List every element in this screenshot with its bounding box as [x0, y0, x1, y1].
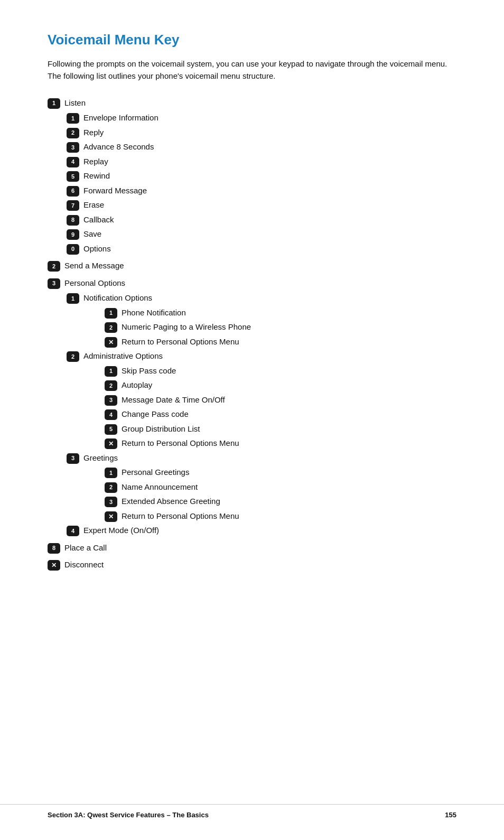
menu-item: 5Group Distribution List — [48, 423, 456, 435]
key-badge-7: 7 — [67, 200, 79, 211]
menu-item: 2Reply — [48, 127, 456, 139]
menu-item: 3Message Date & Time On/Off — [48, 394, 456, 406]
menu-item-label: Change Pass code — [122, 408, 189, 421]
menu-item-label: Expert Mode (On/Off) — [83, 525, 159, 537]
menu-item-label: Listen — [64, 97, 86, 109]
key-badge-4: 4 — [105, 409, 117, 420]
key-badge-2: 2 — [105, 380, 117, 391]
page-content: Voicemail Menu Key Following the prompts… — [0, 0, 504, 617]
key-badge-1: 1 — [48, 98, 60, 109]
key-badge-2: 2 — [67, 128, 79, 138]
page-footer: Section 3A: Qwest Service Features – The… — [0, 804, 504, 819]
menu-item-label: Return to Personal Options Menu — [122, 336, 239, 348]
key-badge-8: 8 — [67, 215, 79, 226]
key-badge-5: 5 — [67, 171, 79, 182]
menu-item: 4Expert Mode (On/Off) — [48, 525, 456, 537]
menu-item: 2Autoplay — [48, 379, 456, 391]
menu-item: ✕Return to Personal Options Menu — [48, 510, 456, 522]
key-badge-1: 1 — [105, 308, 117, 319]
menu-item: 3Advance 8 Seconds — [48, 141, 456, 153]
menu-item-label: Phone Notification — [122, 307, 186, 319]
menu-item: 2Numeric Paging to a Wireless Phone — [48, 321, 456, 333]
menu-item-label: Rewind — [83, 170, 110, 182]
menu-item-label: Send a Message — [64, 260, 124, 272]
intro-text: Following the prompts on the voicemail s… — [48, 58, 456, 82]
menu-item: 2Administrative Options — [48, 350, 456, 362]
key-badge-3: 3 — [48, 278, 60, 289]
key-badge-3: 3 — [67, 142, 79, 153]
key-badge-x: ✕ — [48, 560, 60, 571]
menu-item-label: Group Distribution List — [122, 423, 200, 435]
key-badge-3: 3 — [105, 497, 117, 507]
menu-item-label: Greetings — [83, 452, 118, 464]
footer-left: Section 3A: Qwest Service Features – The… — [48, 811, 209, 819]
key-badge-0: 0 — [67, 244, 79, 255]
key-badge-2: 2 — [105, 322, 117, 333]
menu-item: 1Envelope Information — [48, 112, 456, 124]
key-badge-1: 1 — [67, 113, 79, 124]
menu-item: 8Callback — [48, 214, 456, 226]
menu-item-label: Forward Message — [83, 185, 147, 197]
menu-item: 3Extended Absence Greeting — [48, 496, 456, 508]
menu-item: 0Options — [48, 243, 456, 255]
key-badge-x: ✕ — [105, 511, 117, 522]
menu-item-label: Disconnect — [64, 559, 104, 571]
menu-item-label: Place a Call — [64, 542, 107, 554]
menu-item-label: Options — [83, 243, 111, 255]
menu-item: 8Place a Call — [48, 542, 456, 554]
menu-item-label: Skip Pass code — [122, 365, 176, 377]
menu-item: ✕Return to Personal Options Menu — [48, 336, 456, 348]
key-badge-5: 5 — [105, 424, 117, 435]
key-badge-4: 4 — [67, 157, 79, 167]
menu-item: ✕Disconnect — [48, 559, 456, 571]
key-badge-2: 2 — [105, 482, 117, 493]
menu-item: 2Name Announcement — [48, 481, 456, 493]
menu-item-label: Callback — [83, 214, 114, 226]
menu-item: 1Phone Notification — [48, 307, 456, 319]
menu-item-label: Personal Greetings — [122, 466, 189, 479]
key-badge-x: ✕ — [105, 337, 117, 348]
key-badge-3: 3 — [105, 395, 117, 406]
menu-item: 1Notification Options — [48, 292, 456, 304]
menu-item: 1Skip Pass code — [48, 365, 456, 377]
menu-item: 1Personal Greetings — [48, 466, 456, 479]
menu-item-label: Numeric Paging to a Wireless Phone — [122, 321, 251, 333]
key-badge-6: 6 — [67, 186, 79, 197]
menu-item: 4Replay — [48, 156, 456, 168]
menu-item-label: Return to Personal Options Menu — [122, 437, 239, 450]
menu-item-label: Administrative Options — [83, 350, 163, 362]
menu-item-label: Personal Options — [64, 277, 125, 290]
menu-item: 3Greetings — [48, 452, 456, 464]
key-badge-2: 2 — [48, 261, 60, 272]
key-badge-8: 8 — [48, 543, 60, 554]
menu-item-label: Advance 8 Seconds — [83, 141, 154, 153]
menu-item-label: Envelope Information — [83, 112, 158, 124]
key-badge-1: 1 — [105, 468, 117, 478]
menu-item: 9Save — [48, 228, 456, 240]
page-title: Voicemail Menu Key — [48, 32, 456, 48]
menu-item: 3Personal Options — [48, 277, 456, 290]
menu-item-label: Name Announcement — [122, 481, 198, 493]
menu-item-label: Message Date & Time On/Off — [122, 394, 225, 406]
menu-item-label: Save — [83, 228, 101, 240]
key-badge-9: 9 — [67, 229, 79, 240]
menu-item-label: Return to Personal Options Menu — [122, 510, 239, 522]
menu-item-label: Notification Options — [83, 292, 152, 304]
menu-item: 1Listen — [48, 97, 456, 109]
menu-item: 6Forward Message — [48, 185, 456, 197]
key-badge-1: 1 — [67, 293, 79, 304]
key-badge-3: 3 — [67, 453, 79, 464]
menu-item: 4Change Pass code — [48, 408, 456, 421]
key-badge-x: ✕ — [105, 438, 117, 449]
menu-item: 7Erase — [48, 199, 456, 211]
menu-item-label: Erase — [83, 199, 104, 211]
menu-item-label: Autoplay — [122, 379, 152, 391]
menu-item-label: Extended Absence Greeting — [122, 496, 220, 508]
key-badge-2: 2 — [67, 351, 79, 362]
menu-item-label: Reply — [83, 127, 104, 139]
menu-item: ✕Return to Personal Options Menu — [48, 437, 456, 450]
footer-right: 155 — [445, 811, 456, 819]
menu-item-label: Replay — [83, 156, 108, 168]
voicemail-menu: 1Listen1Envelope Information2Reply3Advan… — [48, 97, 456, 571]
menu-item: 5Rewind — [48, 170, 456, 182]
